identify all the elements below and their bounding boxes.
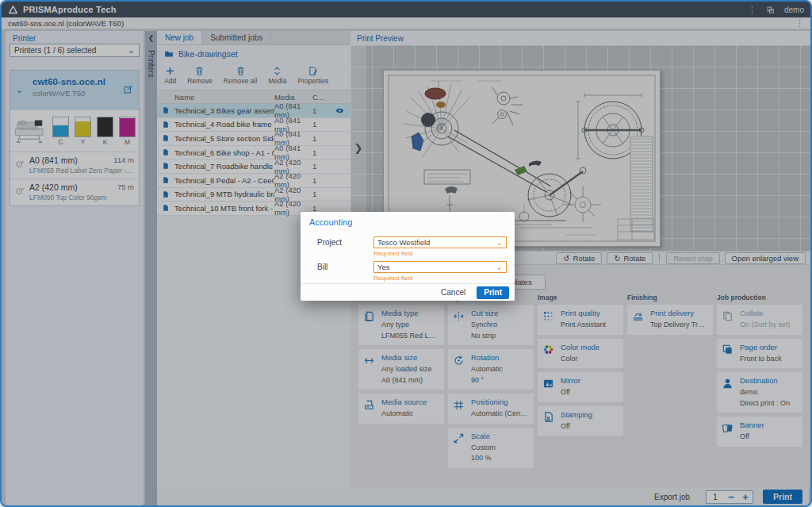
accounting-dialog: Accounting Project Tesco Westfield ⌄ Req… [301,212,515,301]
project-select[interactable]: Tesco Westfield ⌄ [373,236,507,248]
dialog-title: Accounting [301,212,515,227]
bill-value: Yes [377,263,390,271]
bill-label: Bill [317,263,327,271]
chevron-down-icon: ⌄ [496,238,503,247]
project-required-hint: Required field [373,250,412,257]
app-window: PRISMAproduce Tech ⋮ demo cwt60-sns.oce.… [0,0,812,507]
chevron-down-icon: ⌄ [496,263,503,271]
project-label: Project [317,238,342,247]
cancel-button[interactable]: Cancel [435,286,471,298]
bill-required-hint: Required field [373,275,412,282]
dialog-print-button[interactable]: Print [477,286,509,299]
project-value: Tesco Westfield [377,238,430,247]
dialog-footer: Cancel Print [301,283,515,301]
bill-select[interactable]: Yes ⌄ [373,261,507,273]
